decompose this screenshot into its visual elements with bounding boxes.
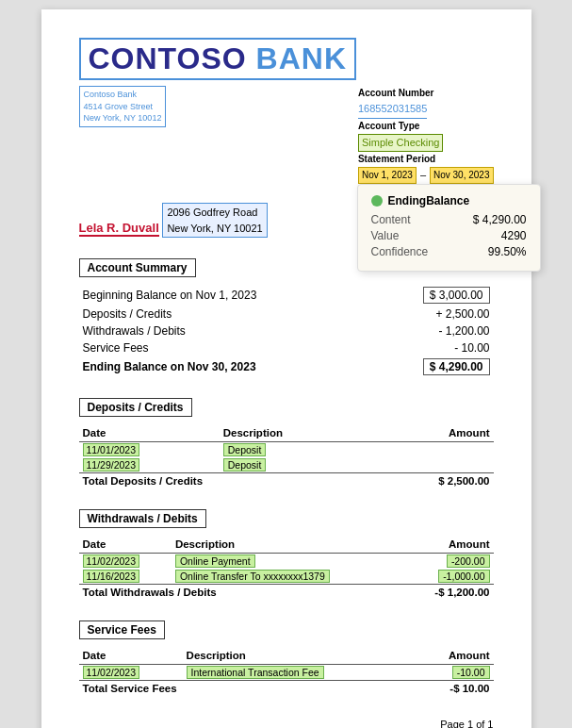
summary-amount-beginning: $ 3,000.00 xyxy=(373,285,494,306)
statement-period-label: Statement Period xyxy=(358,152,494,167)
deposits-desc-1: Deposit xyxy=(220,457,366,473)
deposits-table: Date Description Amount 11/01/2023 Depos… xyxy=(79,424,494,488)
deposits-title: Deposits / Credits xyxy=(79,398,192,417)
fees-total-label: Total Service Fees xyxy=(79,681,416,697)
withdrawals-desc-0: Online Payment xyxy=(172,554,404,570)
withdrawals-total-row: Total Withdrawals / Debits -$ 1,200.00 xyxy=(79,585,494,601)
tooltip-content-value: $ 4,290.00 xyxy=(473,213,527,226)
tooltip-confidence-label: Confidence xyxy=(371,245,429,258)
service-fees-table: Date Description Amount 11/02/2023 Inter… xyxy=(79,647,494,696)
withdrawals-row-1: 11/16/2023 Online Transfer To xxxxxxxx13… xyxy=(79,569,494,585)
withdrawals-col-date: Date xyxy=(79,536,172,554)
period-start: Nov 1, 2023 xyxy=(358,167,417,184)
bank-name-contoso: CONTOSO xyxy=(89,41,247,75)
service-fees-title: Service Fees xyxy=(79,620,165,639)
account-summary-title: Account Summary xyxy=(79,258,196,277)
summary-label-beginning: Beginning Balance on Nov 1, 2023 xyxy=(79,285,373,306)
summary-label-ending: Ending Balance on Nov 30, 2023 xyxy=(79,356,373,377)
account-info: Account Number 168552031585 Account Type… xyxy=(358,86,494,184)
bank-addr-line1: Contoso Bank xyxy=(84,89,162,101)
page-footer: Page 1 of 1 Classified as Microsoft Conf… xyxy=(79,719,494,728)
service-fees-section: Service Fees Date Description Amount 11/… xyxy=(79,620,494,696)
summary-label-fees: Service Fees xyxy=(79,339,373,356)
period-row: Nov 1, 2023 – Nov 30, 2023 xyxy=(358,167,494,184)
withdrawals-desc-1: Online Transfer To xxxxxxxx1379 xyxy=(172,569,404,585)
fees-total-amount: -$ 10.00 xyxy=(416,681,494,697)
withdrawals-title: Withdrawals / Debits xyxy=(79,509,206,528)
summary-row-ending: Ending Balance on Nov 30, 2023 $ 4,290.0… xyxy=(79,356,494,377)
tooltip-dot xyxy=(371,195,383,207)
summary-row-fees: Service Fees - 10.00 xyxy=(79,339,494,356)
bank-address-block: Contoso Bank 4514 Grove Street New York,… xyxy=(79,86,167,184)
summary-table: Beginning Balance on Nov 1, 2023 $ 3,000… xyxy=(79,285,494,377)
fees-total-row: Total Service Fees -$ 10.00 xyxy=(79,681,494,697)
fees-date-0: 11/02/2023 xyxy=(79,665,183,681)
account-type-label: Account Type xyxy=(358,119,494,134)
withdrawals-amount-1: -1,000.00 xyxy=(404,569,494,585)
recipient-address: 2096 Godfrey Road New York, NY 10021 xyxy=(162,203,267,238)
withdrawals-col-amount: Amount xyxy=(404,536,494,554)
bank-address: Contoso Bank 4514 Grove Street New York,… xyxy=(79,86,167,127)
recipient-addr-line1: 2096 Godfrey Road xyxy=(167,205,262,221)
deposits-desc-0: Deposit xyxy=(220,442,366,458)
tooltip-content-label: Content xyxy=(371,213,411,226)
deposits-header-row: Date Description Amount xyxy=(79,424,494,442)
account-number-label: Account Number xyxy=(358,86,494,101)
withdrawals-row-0: 11/02/2023 Online Payment -200.00 xyxy=(79,554,494,570)
tooltip-value-value: 4290 xyxy=(501,229,527,242)
summary-amount-deposits: + 2,500.00 xyxy=(373,306,494,323)
withdrawals-date-1: 11/16/2023 xyxy=(79,569,172,585)
summary-row-deposits: Deposits / Credits + 2,500.00 xyxy=(79,306,494,323)
fees-col-desc: Description xyxy=(183,647,416,665)
bank-addr-line3: New York, NY 10012 xyxy=(84,112,162,124)
deposits-total-amount: $ 2,500.00 xyxy=(366,473,494,489)
account-summary-section: Account Summary Beginning Balance on Nov… xyxy=(79,258,494,377)
tooltip-box: EndingBalance Content $ 4,290.00 Value 4… xyxy=(357,184,541,272)
summary-amount-ending: $ 4,290.00 xyxy=(373,356,494,377)
tooltip-title: EndingBalance xyxy=(371,194,527,207)
account-type-value: Simple Checking xyxy=(358,134,444,153)
period-end: Nov 30, 2023 xyxy=(430,167,494,184)
fees-header-row: Date Description Amount xyxy=(79,647,494,665)
tooltip-value-row: Value 4290 xyxy=(371,229,527,242)
page-number: Page 1 of 1 xyxy=(79,719,494,728)
recipient-name: Lela R. Duvall xyxy=(79,221,159,237)
tooltip-content-row: Content $ 4,290.00 xyxy=(371,213,527,226)
withdrawals-date-0: 11/02/2023 xyxy=(79,554,172,570)
deposits-amount-1 xyxy=(366,457,494,473)
withdrawals-amount-0: -200.00 xyxy=(404,554,494,570)
bank-name-bank: BANK xyxy=(256,41,347,75)
summary-amount-withdrawals: - 1,200.00 xyxy=(373,323,494,339)
bank-logo: CONTOSO BANK xyxy=(79,38,494,80)
tooltip-confidence-value: 99.50% xyxy=(488,245,527,258)
header-row: Contoso Bank 4514 Grove Street New York,… xyxy=(79,86,494,184)
deposits-date-1: 11/29/2023 xyxy=(79,457,220,473)
bank-addr-line2: 4514 Grove Street xyxy=(84,101,162,113)
fees-row-0: 11/02/2023 International Transaction Fee… xyxy=(79,665,494,681)
deposits-col-date: Date xyxy=(79,424,220,442)
summary-row-withdrawals: Withdrawals / Debits - 1,200.00 xyxy=(79,323,494,339)
tooltip-confidence-row: Confidence 99.50% xyxy=(371,245,527,258)
deposits-row-1: 11/29/2023 Deposit xyxy=(79,457,494,473)
deposits-total-row: Total Deposits / Credits $ 2,500.00 xyxy=(79,473,494,489)
summary-label-withdrawals: Withdrawals / Debits xyxy=(79,323,373,339)
document-page: CONTOSO BANK Contoso Bank 4514 Grove Str… xyxy=(41,9,531,728)
deposits-col-desc: Description xyxy=(220,424,366,442)
deposits-section: Deposits / Credits Date Description Amou… xyxy=(79,398,494,488)
withdrawals-total-label: Total Withdrawals / Debits xyxy=(79,585,404,601)
summary-row-beginning: Beginning Balance on Nov 1, 2023 $ 3,000… xyxy=(79,285,494,306)
summary-label-deposits: Deposits / Credits xyxy=(79,306,373,323)
withdrawals-col-desc: Description xyxy=(172,536,404,554)
withdrawals-table: Date Description Amount 11/02/2023 Onlin… xyxy=(79,536,494,600)
recipient-addr-line2: New York, NY 10021 xyxy=(167,221,262,237)
deposits-col-amount: Amount xyxy=(366,424,494,442)
withdrawals-total-amount: -$ 1,200.00 xyxy=(404,585,494,601)
fees-desc-0: International Transaction Fee xyxy=(183,665,416,681)
summary-amount-fees: - 10.00 xyxy=(373,339,494,356)
fees-col-date: Date xyxy=(79,647,183,665)
tooltip-value-label: Value xyxy=(371,229,400,242)
deposits-date-0: 11/01/2023 xyxy=(79,442,220,458)
period-dash: – xyxy=(420,167,426,184)
account-number-value: 168552031585 xyxy=(358,101,427,119)
withdrawals-header-row: Date Description Amount xyxy=(79,536,494,554)
